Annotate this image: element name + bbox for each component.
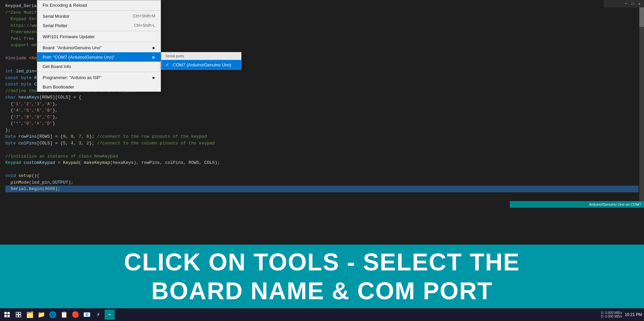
svg-rect-4: [16, 312, 18, 314]
code-line: [5, 146, 639, 153]
maximize-button[interactable]: □: [629, 1, 636, 7]
tools-dropdown-menu: Fix Encoding & Reload Serial Monitor Ctr…: [37, 0, 161, 92]
code-line: };: [5, 127, 639, 134]
menu-item-burn-bootloader[interactable]: Burn Bootloader: [37, 82, 161, 91]
banner-line2: BOARD NAME & COM PORT: [124, 276, 520, 305]
svg-rect-3: [7, 315, 10, 317]
code-line: byte rowPins[ROWS] = {9, 8, 7, 6}; //con…: [5, 133, 639, 140]
svg-rect-5: [19, 312, 21, 314]
arduino-status-bar: Arduino/Genuino Uno on COM7: [510, 201, 644, 208]
menu-item-programmer[interactable]: Programmer: "Arduino as ISP" ▶: [37, 73, 161, 82]
svg-rect-2: [4, 315, 7, 317]
task-view-button[interactable]: [13, 310, 23, 320]
svg-rect-0: [4, 312, 7, 314]
submenu-header: Serial ports: [161, 52, 241, 60]
menu-item-serial-plotter-label: Serial Plotter: [43, 23, 127, 28]
banner-text: CLICK ON TOOLS - SELECT THE BOARD NAME &…: [124, 248, 520, 306]
taskbar-icon-1[interactable]: 📁: [36, 310, 46, 320]
title-bar: ─ □ ✕: [604, 0, 644, 7]
menu-separator: [37, 42, 161, 42]
menu-item-get-board-info[interactable]: Get Board Info: [37, 62, 161, 71]
info-banner: CLICK ON TOOLS - SELECT THE BOARD NAME &…: [0, 245, 644, 308]
taskbar: 🗂️ 📁 🌐 📋 🔴 📧 ⚡ ∞ U: 0.000 MB/s D: 0.000 …: [0, 308, 644, 321]
minimize-button[interactable]: ─: [623, 1, 629, 7]
menu-item-get-board-info-label: Get Board Info: [43, 64, 155, 69]
menu-item-port-label: Port: "COM7 (Arduino/Genuino Uno)": [43, 55, 150, 60]
network-speed-up: U: 0.000 MB/s: [601, 311, 622, 315]
menu-item-serial-monitor[interactable]: Serial Monitor Ctrl+Shift+M: [37, 11, 161, 21]
banner-line1: CLICK ON TOOLS - SELECT THE: [124, 248, 520, 276]
code-line: //initialize an instance of class NewKey…: [5, 153, 639, 160]
taskbar-icon-4[interactable]: 🔴: [70, 310, 80, 320]
taskbar-icon-2[interactable]: 🌐: [48, 310, 58, 320]
menu-item-serial-plotter-shortcut: Ctrl+Shift+L: [134, 23, 155, 28]
menu-item-serial-plotter[interactable]: Serial Plotter Ctrl+Shift+L: [37, 21, 161, 30]
taskbar-icon-3[interactable]: 📋: [59, 310, 69, 320]
menu-item-wifi-updater-label: WiFi101 Firmware Updater: [43, 34, 155, 39]
checkmark-icon: ✓: [165, 62, 171, 67]
code-line: pinMode(led_pin,OUTPUT);: [5, 179, 639, 186]
code-line: void setup(){: [5, 173, 639, 179]
svg-rect-1: [7, 312, 10, 314]
code-line: {'7','8','9','C'},: [5, 114, 639, 121]
port-arrow-icon: ▶: [153, 55, 155, 59]
programmer-arrow-icon: ▶: [153, 76, 155, 79]
menu-item-wifi-updater[interactable]: WiFi101 Firmware Updater: [37, 32, 161, 41]
taskbar-icon-6[interactable]: ⚡: [93, 310, 103, 320]
code-line: Keypad customKeypad = Keypad( makeKeymap…: [5, 159, 639, 166]
start-button[interactable]: [2, 310, 12, 320]
menu-item-board[interactable]: Board: "Arduino/Genuino Uno" ▶: [37, 43, 161, 52]
code-line: char hexaKeys[ROWS][COLS] = {: [5, 94, 639, 101]
submenu-item-com7[interactable]: ✓ COM7 (Arduino/Genuino Uno): [161, 60, 241, 69]
taskbar-icon-5[interactable]: 📧: [82, 310, 92, 320]
close-button[interactable]: ✕: [636, 1, 643, 7]
menu-item-fix-encoding[interactable]: Fix Encoding & Reload: [37, 0, 161, 10]
svg-rect-6: [16, 315, 18, 317]
submenu-item-com7-label: COM7 (Arduino/Genuino Uno): [173, 62, 231, 67]
menu-separator: [37, 10, 161, 11]
code-line: {'*','0','#','D'}: [5, 120, 639, 127]
menu-item-programmer-label: Programmer: "Arduino as ISP": [43, 75, 150, 80]
menu-separator: [37, 31, 161, 31]
arduino-status-text: Arduino/Genuino Uno on COM7: [589, 202, 641, 206]
code-line: [5, 166, 639, 173]
menu-separator: [37, 72, 161, 72]
network-speed-down: D: 0.000 MB/s: [601, 315, 622, 318]
taskbar-right: U: 0.000 MB/s D: 0.000 MB/s 10:21 PM: [601, 311, 642, 318]
arduino-taskbar-icon[interactable]: ∞: [105, 310, 115, 320]
menu-item-port[interactable]: Port: "COM7 (Arduino/Genuino Uno)" ▶: [37, 52, 161, 62]
menu-item-burn-bootloader-label: Burn Bootloader: [43, 84, 155, 89]
explorer-icon[interactable]: 🗂️: [25, 310, 35, 320]
menu-item-fix-encoding-label: Fix Encoding & Reload: [43, 3, 155, 8]
menu-item-serial-monitor-label: Serial Monitor: [43, 14, 126, 19]
code-line: {'1','2','3','A'},: [5, 101, 639, 108]
clock-time: 10:21 PM: [625, 312, 642, 317]
menu-item-serial-monitor-shortcut: Ctrl+Shift+M: [133, 14, 155, 18]
scrollbar[interactable]: [639, 0, 644, 201]
code-line: {'4','5','6','B'},: [5, 107, 639, 114]
code-line: Serial.begin(9600);: [5, 186, 639, 192]
board-arrow-icon: ▶: [153, 46, 155, 50]
svg-rect-7: [19, 315, 21, 317]
menu-item-board-label: Board: "Arduino/Genuino Uno": [43, 45, 150, 50]
code-line: byte colPins[COLS] = {5, 4, 3, 2}; //con…: [5, 140, 639, 147]
serial-ports-submenu: Serial ports ✓ COM7 (Arduino/Genuino Uno…: [161, 52, 241, 70]
taskbar-left: 🗂️ 📁 🌐 📋 🔴 📧 ⚡ ∞: [2, 310, 115, 320]
